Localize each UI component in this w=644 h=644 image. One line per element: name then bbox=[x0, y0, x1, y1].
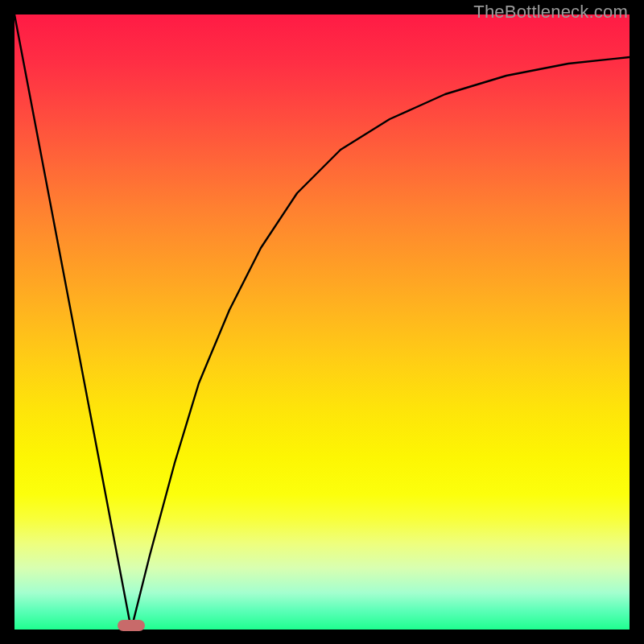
chart-frame: TheBottleneck.com bbox=[0, 0, 644, 644]
gradient-background bbox=[14, 14, 630, 630]
optimum-marker bbox=[118, 620, 145, 631]
watermark-text: TheBottleneck.com bbox=[473, 2, 628, 23]
